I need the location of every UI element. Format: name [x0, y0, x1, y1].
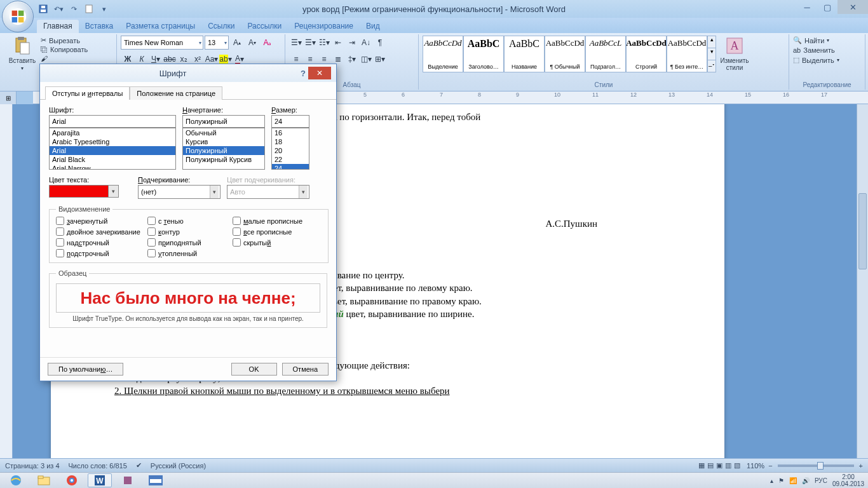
dialog-tab-font[interactable]: Отступы и интервалы: [45, 86, 130, 100]
zoom-slider[interactable]: [778, 464, 854, 467]
zoom-in-button[interactable]: +: [859, 462, 863, 470]
taskbar-ie-icon[interactable]: [4, 473, 28, 487]
style-no-spacing[interactable]: AaBbCcDd¶ Без инте…: [667, 36, 707, 72]
format-painter-button[interactable]: 🖌: [41, 54, 88, 63]
tray-show-hidden-icon[interactable]: ▴: [770, 477, 773, 484]
office-button[interactable]: [2, 1, 34, 32]
clear-format-button[interactable]: Aₐ: [261, 36, 275, 50]
effect-strikethrough[interactable]: зачеркнутый: [56, 217, 145, 225]
effect-superscript[interactable]: надстрочный: [56, 238, 145, 247]
style-listbox[interactable]: Обычный Курсив Полужирный Полужирный Кур…: [182, 128, 265, 170]
zoom-out-button[interactable]: −: [768, 462, 772, 470]
style-subtitle[interactable]: AaBbCcLПодзагол…: [585, 36, 626, 72]
view-draft[interactable]: ▧: [734, 461, 740, 470]
status-words[interactable]: Число слов: 6/815: [69, 462, 127, 470]
default-button[interactable]: По умолчанию…: [48, 363, 123, 376]
view-outline[interactable]: ▥: [725, 461, 731, 470]
effect-shadow[interactable]: с тенью: [147, 217, 230, 225]
tab-view[interactable]: Вид: [360, 20, 386, 33]
ok-button[interactable]: OK: [231, 363, 277, 376]
taskbar-word-icon[interactable]: W: [88, 473, 112, 487]
taskbar-chrome-icon[interactable]: [60, 473, 84, 487]
shading-button[interactable]: ◫▾: [359, 52, 373, 66]
indent-button[interactable]: ⇥: [345, 36, 359, 50]
tray-flag-icon[interactable]: ⚑: [778, 477, 784, 484]
tab-references[interactable]: Ссылки: [201, 20, 241, 33]
close-button[interactable]: ✕: [837, 0, 868, 14]
find-button[interactable]: 🔍Найти▾: [793, 36, 829, 45]
numbering-button[interactable]: ☰▾: [303, 36, 317, 50]
style-input[interactable]: [182, 115, 265, 128]
grow-font-button[interactable]: A▴: [230, 36, 244, 50]
style-emphasis[interactable]: AaBbCcDdВыделение: [423, 36, 463, 72]
styles-scroll-up[interactable]: ▴: [708, 36, 715, 48]
maximize-button[interactable]: ▢: [817, 0, 837, 14]
effect-subscript[interactable]: подстрочный: [56, 249, 145, 257]
taskbar-explorer-icon[interactable]: [32, 473, 56, 487]
status-page[interactable]: Страница: 3 из 4: [5, 462, 60, 470]
font-listbox[interactable]: Aparajita Arabic Typesetting Arial Arial…: [49, 128, 176, 170]
font-name-combo[interactable]: Times New Roman▾: [121, 36, 203, 50]
underline-select[interactable]: (нет)▾: [138, 185, 220, 199]
style-strong[interactable]: AaBbCcDdСтрогий: [626, 36, 667, 72]
tray-volume-icon[interactable]: 🔊: [802, 477, 810, 484]
bullets-button[interactable]: ☰▾: [289, 36, 303, 50]
tab-page-layout[interactable]: Разметка страницы: [119, 20, 201, 33]
dialog-close-button[interactable]: ✕: [308, 67, 331, 79]
taskbar-media-icon[interactable]: [144, 473, 168, 487]
tray-time[interactable]: 2:00: [832, 473, 864, 480]
multilevel-button[interactable]: ☷▾: [317, 36, 331, 50]
style-heading[interactable]: AaBbCЗаголово…: [463, 36, 504, 72]
styles-scroll-down[interactable]: ▾: [708, 48, 715, 60]
size-input[interactable]: [271, 115, 309, 128]
font-input[interactable]: [49, 115, 176, 128]
effect-double-strike[interactable]: двойное зачеркивание: [56, 227, 145, 236]
effect-emboss[interactable]: приподнятый: [147, 238, 230, 247]
paste-button[interactable]: Вставить ▾: [6, 36, 38, 71]
ruler-toggle[interactable]: ⊞: [0, 92, 17, 104]
shrink-font-button[interactable]: A▾: [245, 36, 259, 50]
outdent-button[interactable]: ⇤: [331, 36, 345, 50]
effect-hidden[interactable]: скрытый: [233, 238, 322, 247]
tab-home[interactable]: Главная: [37, 20, 79, 33]
borders-button[interactable]: ⊞▾: [373, 52, 387, 66]
dialog-tab-advanced[interactable]: Положение на странице: [130, 86, 222, 100]
tab-insert[interactable]: Вставка: [79, 20, 120, 33]
line-spacing-button[interactable]: ‡▾: [345, 52, 359, 66]
dialog-help-button[interactable]: ?: [301, 69, 306, 78]
minimize-button[interactable]: ─: [797, 0, 817, 14]
save-icon[interactable]: [37, 3, 50, 15]
vertical-ruler[interactable]: [0, 104, 13, 458]
effect-smallcaps[interactable]: малые прописные: [233, 217, 322, 225]
font-size-combo[interactable]: 13▾: [205, 36, 229, 50]
scrollbar-thumb[interactable]: [858, 193, 867, 269]
size-listbox[interactable]: 16 18 20 22 24: [271, 128, 309, 170]
tray-date[interactable]: 09.04.2013: [832, 480, 864, 487]
effect-allcaps[interactable]: все прописные: [233, 227, 322, 236]
styles-gallery[interactable]: AaBbCcDdВыделение AaBbCЗаголово… AaBbCНа…: [423, 36, 716, 72]
proofing-icon[interactable]: ✔: [136, 461, 142, 470]
zoom-slider-knob[interactable]: [817, 462, 824, 470]
dialog-title-bar[interactable]: Шрифт ? ✕: [40, 64, 336, 82]
tray-language[interactable]: РУС: [815, 477, 827, 484]
vertical-scrollbar[interactable]: [857, 104, 868, 458]
style-normal[interactable]: AaBbCcDd¶ Обычный: [545, 36, 585, 72]
show-marks-button[interactable]: ¶: [373, 36, 387, 50]
effect-outline[interactable]: контур: [147, 227, 230, 236]
style-title[interactable]: AaBbCНазвание: [504, 36, 545, 72]
styles-more[interactable]: ⎯▾: [708, 60, 715, 72]
cut-button[interactable]: ✂Вырезать: [41, 36, 88, 45]
view-web[interactable]: ▣: [716, 461, 722, 470]
change-styles-button[interactable]: A Изменить стили: [719, 36, 750, 71]
view-print-layout[interactable]: ▦: [698, 461, 705, 470]
cancel-button[interactable]: Отмена: [282, 363, 329, 376]
tray-network-icon[interactable]: 📶: [789, 477, 797, 484]
tab-review[interactable]: Рецензирование: [288, 20, 360, 33]
tab-mailings[interactable]: Рассылки: [241, 20, 288, 33]
select-button[interactable]: ⬚Выделить▾: [793, 55, 839, 65]
qat-more-icon[interactable]: ▾: [98, 3, 111, 15]
status-language[interactable]: Русский (Россия): [151, 462, 206, 470]
copy-button[interactable]: ⿻Копировать: [41, 45, 88, 54]
status-zoom-level[interactable]: 110%: [747, 462, 764, 470]
sort-button[interactable]: A↓: [359, 36, 373, 50]
